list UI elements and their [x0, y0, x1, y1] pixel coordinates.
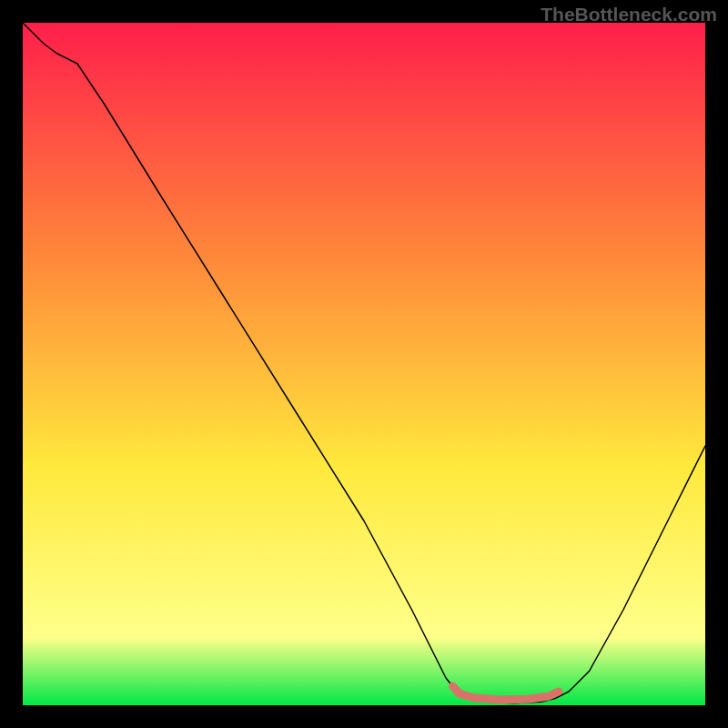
bottleneck-chart	[23, 23, 705, 705]
gradient-background	[23, 23, 705, 705]
watermark-text: TheBottleneck.com	[541, 4, 717, 25]
chart-area	[23, 23, 705, 705]
